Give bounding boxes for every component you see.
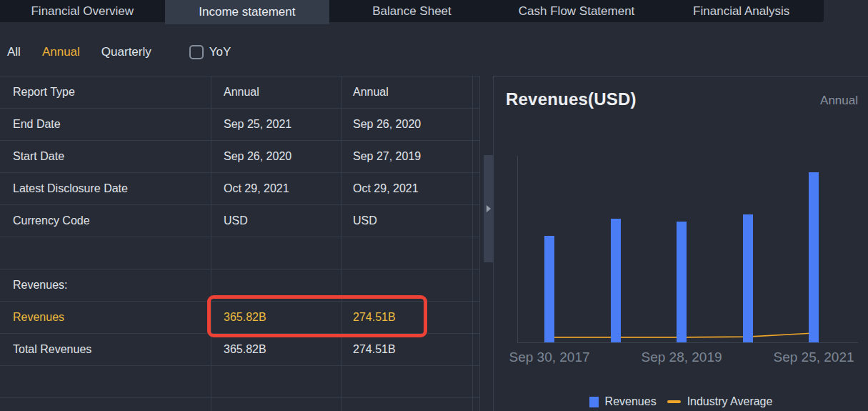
table-row-report-type[interactable]: Report TypeAnnualAnnual (0, 76, 479, 109)
value-col-3-clipped (472, 302, 479, 333)
x-axis-label: Sep 30, 2017 (509, 350, 589, 365)
revenue-bar-sep-30-2017[interactable] (544, 236, 554, 342)
revenue-bar-sep-25-2021[interactable] (809, 172, 819, 342)
tab-cash-flow-statement[interactable]: Cash Flow Statement (494, 0, 659, 22)
row-label: Revenues: (0, 269, 211, 301)
table-row-empty (0, 237, 479, 269)
value-col-3-clipped (472, 76, 479, 108)
value-col-3-clipped (472, 237, 479, 269)
table-row-latest-disclosure-date[interactable]: Latest Disclosure DateOct 29, 2021Oct 29… (0, 173, 479, 205)
value-col-3-clipped (472, 398, 479, 411)
panel-splitter[interactable] (484, 155, 494, 262)
value-col-2: Sep 26, 2020 (341, 109, 472, 140)
x-axis-label: Sep 28, 2019 (641, 350, 722, 365)
value-col-2: USD (341, 205, 472, 237)
value-col-1: USD (211, 205, 341, 237)
yoy-checkbox[interactable] (189, 45, 204, 59)
value-col-3-clipped (472, 334, 479, 365)
financial-statements-page: Financial OverviewIncome statementBalanc… (0, 0, 868, 411)
chart-period-label: Annual (820, 94, 858, 108)
value-col-2: 274.51B (341, 334, 472, 365)
value-col-1: Sep 25, 2021 (211, 109, 341, 140)
row-label (0, 398, 211, 411)
period-filter-bar: AllAnnualQuarterly YoY (0, 22, 868, 76)
value-col-1: Sep 26, 2020 (211, 141, 341, 172)
tab-financial-analysis[interactable]: Financial Analysis (659, 0, 824, 22)
chart-title: Revenues(USD) (506, 89, 637, 109)
value-col-3-clipped (472, 269, 479, 301)
value-col-2 (341, 366, 472, 397)
filter-annual[interactable]: Annual (42, 45, 80, 59)
table-row-start-date[interactable]: Start DateSep 26, 2020Sep 27, 2019 (0, 141, 479, 173)
filter-all[interactable]: All (7, 45, 21, 59)
x-axis-label: Sep 25, 2021 (773, 350, 854, 365)
highlight-box (207, 295, 427, 337)
table-row-empty (0, 366, 479, 398)
row-label: Revenues (0, 302, 211, 333)
tab-balance-sheet[interactable]: Balance Sheet (329, 0, 494, 22)
chart-y-axis (517, 156, 518, 342)
value-col-3-clipped (472, 109, 479, 140)
table-row-total-revenues[interactable]: Total Revenues365.82B274.51B (0, 334, 479, 366)
revenue-bar-sep-29-2018[interactable] (611, 219, 621, 342)
table-row-currency-code[interactable]: Currency CodeUSDUSD (0, 205, 479, 237)
table-row-empty (0, 398, 479, 411)
value-col-3-clipped (472, 366, 479, 397)
value-col-1 (211, 366, 341, 397)
value-col-2: Sep 27, 2019 (341, 141, 472, 172)
value-col-2: Oct 29, 2021 (341, 173, 472, 204)
value-col-3-clipped (472, 173, 479, 204)
legend-bar-swatch (589, 397, 599, 407)
value-col-1 (211, 237, 341, 269)
tab-income-statement[interactable]: Income statement (165, 0, 330, 24)
row-label: Report Type (0, 76, 211, 108)
row-label: Currency Code (0, 205, 211, 237)
value-col-3-clipped (472, 141, 479, 172)
filter-quarterly[interactable]: Quarterly (101, 45, 151, 59)
tab-financial-overview[interactable]: Financial Overview (0, 0, 165, 22)
financial-data-table: Report TypeAnnualAnnualEnd DateSep 25, 2… (0, 76, 480, 411)
tab-bar: Financial OverviewIncome statementBalanc… (0, 0, 824, 22)
value-col-1: Annual (211, 76, 341, 108)
row-label: Total Revenues (0, 334, 211, 365)
chart-x-axis (517, 342, 858, 343)
row-label: Start Date (0, 141, 211, 172)
expand-right-icon (487, 205, 491, 212)
value-col-2 (341, 237, 472, 269)
legend-label[interactable]: Industry Average (687, 395, 773, 408)
value-col-2 (341, 398, 472, 411)
value-col-1: Oct 29, 2021 (211, 173, 341, 204)
row-label (0, 366, 211, 397)
legend-label[interactable]: Revenues (605, 395, 657, 408)
value-col-1 (211, 398, 341, 411)
value-col-3-clipped (472, 205, 479, 237)
revenue-bar-sep-28-2019[interactable] (677, 222, 687, 342)
revenues-chart-panel: Revenues(USD) Annual RevenuesIndustry Av… (493, 76, 868, 411)
value-col-1: 365.82B (211, 334, 341, 365)
row-label: End Date (0, 109, 211, 140)
value-col-2: Annual (341, 76, 472, 108)
chart-legend: RevenuesIndustry Average (494, 395, 868, 408)
row-label (0, 237, 211, 269)
revenue-bar-sep-26-2020[interactable] (743, 214, 753, 342)
row-label: Latest Disclosure Date (0, 173, 211, 204)
table-row-end-date[interactable]: End DateSep 25, 2021Sep 26, 2020 (0, 109, 479, 141)
yoy-label[interactable]: YoY (209, 45, 231, 59)
legend-line-swatch (667, 400, 681, 403)
